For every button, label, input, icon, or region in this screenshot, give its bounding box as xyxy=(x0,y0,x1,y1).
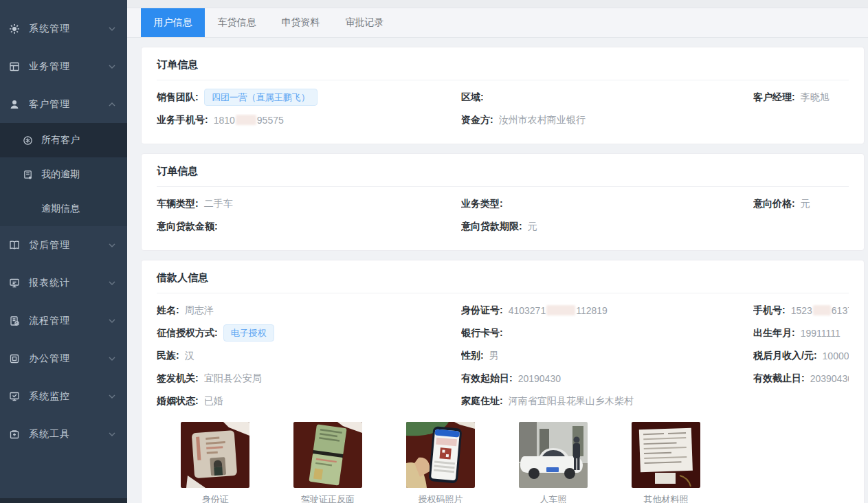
field-label: 有效起始日 xyxy=(461,372,518,385)
field-label: 车辆类型 xyxy=(157,198,204,210)
open-book-icon xyxy=(9,240,20,251)
field-label: 销售团队 xyxy=(157,91,204,104)
sidebar-item-office-management[interactable]: 办公管理 xyxy=(0,339,127,377)
card-title: 借款人信息 xyxy=(157,271,849,293)
field-name: 姓名 周志洋 xyxy=(157,304,461,317)
field-ethnicity: 民族 汉 xyxy=(157,350,461,362)
id-card-photo-thumbnail[interactable] xyxy=(181,422,249,488)
chevron-down-icon xyxy=(108,430,116,438)
field-mobile-phone: 手机号 15236137 xyxy=(753,304,849,317)
chevron-down-icon xyxy=(108,317,116,325)
field-label: 客户经理 xyxy=(753,91,801,104)
order-info-card-2: 订单信息 车辆类型 二手车 业务类型 意向价格 元 xyxy=(141,153,865,251)
field-vehicle-type: 车辆类型 二手车 xyxy=(157,198,461,210)
field-bank-card: 银行卡号 xyxy=(461,327,753,339)
sidebar-item-customer-management[interactable]: 客户管理 xyxy=(0,85,127,123)
sidebar-item-report-statistics[interactable]: 报表统计 xyxy=(0,264,127,302)
tab-user-info[interactable]: 用户信息 xyxy=(141,8,205,37)
photo-caption: 身份证 xyxy=(181,494,249,503)
field-account-manager: 客户经理 李晓旭 xyxy=(753,91,849,104)
field-label: 民族 xyxy=(157,350,185,362)
tab-loan-application-docs[interactable]: 申贷资料 xyxy=(269,8,333,37)
field-intent-loan-term: 意向贷款期限 元 xyxy=(461,221,753,233)
sidebar-item-postloan-management[interactable]: 贷后管理 xyxy=(0,226,127,264)
tab-approval-records[interactable]: 审批记录 xyxy=(333,8,397,37)
sidebar-item-all-customers[interactable]: 所有客户 xyxy=(0,123,127,157)
sidebar-item-process-management[interactable]: 流程管理 xyxy=(0,302,127,339)
redaction-blur xyxy=(813,305,831,315)
field-valid-from: 有效起始日 20190430 xyxy=(461,372,753,385)
sidebar-item-system-tools[interactable]: 系统工具 xyxy=(0,415,127,453)
sidebar-item-label: 业务管理 xyxy=(29,60,108,73)
sidebar-item-label: 流程管理 xyxy=(29,315,108,327)
sidebar-item-label: 所有客户 xyxy=(41,134,80,146)
tab-label: 申贷资料 xyxy=(282,16,320,29)
sidebar-item-my-overdue[interactable]: 我的逾期 xyxy=(0,157,127,192)
field-label: 业务手机号 xyxy=(157,114,214,126)
toolbox-icon xyxy=(9,429,20,440)
tab-label: 用户信息 xyxy=(154,16,192,29)
sidebar: 系统管理 业务管理 客户管理 所有客户 我的逾期 逾期信息 xyxy=(0,0,127,503)
field-value: 已婚 xyxy=(204,395,223,407)
field-label: 银行卡号 xyxy=(461,327,509,339)
field-value: 周志洋 xyxy=(185,304,214,317)
field-label: 业务类型 xyxy=(461,198,509,210)
field-issuing-authority: 签发机关 宜阳县公安局 xyxy=(157,372,461,385)
field-label: 税后月收入/元 xyxy=(753,350,823,362)
gear-icon xyxy=(9,23,20,34)
sales-team-tag[interactable]: 四团一营（直属王鹏飞） xyxy=(204,89,318,106)
field-region: 区域 xyxy=(461,91,753,104)
field-label: 身份证号 xyxy=(461,304,509,317)
sidebar-item-overdue-info[interactable]: 逾期信息 xyxy=(0,192,127,226)
chevron-down-icon xyxy=(108,63,116,71)
field-label: 意向贷款金额 xyxy=(157,221,223,233)
office-icon xyxy=(9,353,20,364)
grid-icon xyxy=(9,61,20,72)
field-value: 男 xyxy=(489,350,499,362)
credit-auth-tag[interactable]: 电子授权 xyxy=(223,324,274,342)
field-value: 10000 xyxy=(823,350,849,361)
field-sales-team: 销售团队 四团一营（直属王鹏飞） xyxy=(157,89,461,106)
chevron-down-icon xyxy=(108,355,116,363)
user-icon xyxy=(9,99,20,110)
field-label: 婚姻状态 xyxy=(157,395,204,407)
field-label: 征信授权方式 xyxy=(157,327,223,339)
field-value: 4103271112819 xyxy=(509,305,608,316)
sidebar-item-label: 贷后管理 xyxy=(29,239,108,252)
tab-car-loan-info[interactable]: 车贷信息 xyxy=(205,8,269,37)
sidebar-item-system-management[interactable]: 系统管理 xyxy=(0,10,127,47)
field-value: 元 xyxy=(801,198,810,210)
photo-caption: 驾驶证正反面 xyxy=(293,494,362,503)
report-monitor-icon xyxy=(9,278,20,289)
photo-paper-form: 其他材料照 xyxy=(632,422,700,503)
field-home-address: 家庭住址 河南省宜阳县花果山乡木柴村 xyxy=(461,395,753,407)
sidebar-item-label: 办公管理 xyxy=(29,353,108,365)
sidebar-item-label: 客户管理 xyxy=(29,98,108,111)
person-car-photo-thumbnail[interactable] xyxy=(519,422,588,488)
field-value: 汉 xyxy=(185,350,194,362)
tab-panel-user-info: 订单信息 销售团队 四团一营（直属王鹏飞） 区域 客户经理 李晓旭 xyxy=(127,38,868,503)
chevron-down-icon xyxy=(108,25,116,33)
field-business-type: 业务类型 xyxy=(461,198,753,210)
field-value: 李晓旭 xyxy=(801,91,830,104)
card-title: 订单信息 xyxy=(157,58,849,80)
field-value: 20390430 xyxy=(810,373,849,384)
field-value: 河南省宜阳县花果山乡木柴村 xyxy=(509,395,634,407)
customers-icon xyxy=(23,135,33,146)
sidebar-footer-bar xyxy=(0,498,127,503)
field-label: 家庭住址 xyxy=(461,395,509,407)
auth-qr-photo-thumbnail[interactable] xyxy=(406,422,475,488)
field-label: 资金方 xyxy=(461,114,499,126)
sidebar-item-system-monitor[interactable]: 系统监控 xyxy=(0,377,127,415)
field-label: 意向价格 xyxy=(753,198,801,210)
license-booklet-photo-thumbnail[interactable] xyxy=(293,422,362,488)
field-label: 姓名 xyxy=(157,304,185,317)
sidebar-item-business-management[interactable]: 业务管理 xyxy=(0,47,127,85)
field-value: 汝州市农村商业银行 xyxy=(499,114,586,126)
field-value: 20190430 xyxy=(518,373,561,384)
field-intent-loan-amount: 意向贷款金额 xyxy=(157,221,461,233)
paper-form-photo-thumbnail[interactable] xyxy=(632,422,700,488)
field-value: 元 xyxy=(528,221,537,233)
photo-id-card: 身份证 xyxy=(181,422,249,503)
chevron-up-icon xyxy=(108,100,116,109)
